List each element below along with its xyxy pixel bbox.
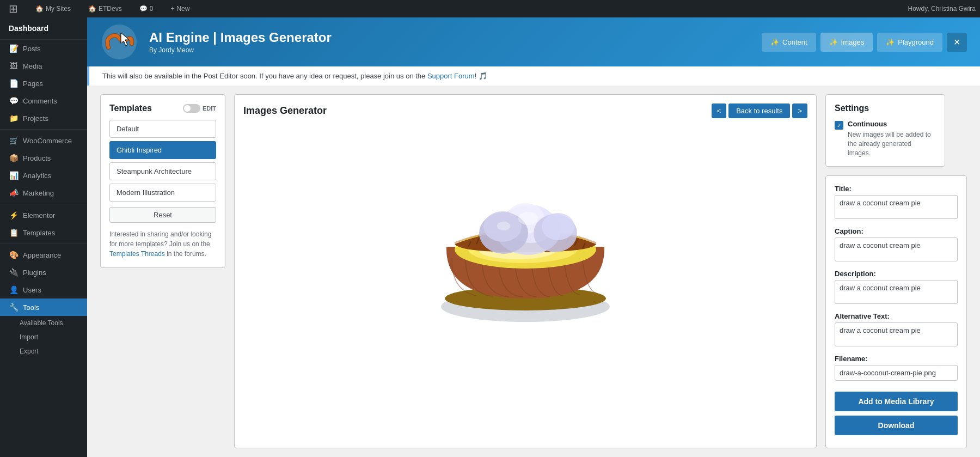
content-sparkle-icon: ✨ xyxy=(770,38,779,46)
sidebar-sub-export[interactable]: Export xyxy=(0,344,87,358)
templates-panel: Templates EDIT Default Ghibli Inspired S… xyxy=(100,94,225,268)
filename-input[interactable] xyxy=(835,365,958,381)
add-to-media-button[interactable]: Add to Media Library xyxy=(835,392,958,411)
alt-text-input[interactable] xyxy=(835,322,958,346)
template-default[interactable]: Default xyxy=(109,120,216,138)
title-field-group: Title: xyxy=(835,185,958,221)
templates-title: Templates xyxy=(109,103,152,113)
toggle-edit[interactable]: EDIT xyxy=(183,104,216,113)
plugin-title-area: AI Engine | Images Generator By Jordy Me… xyxy=(149,30,751,54)
admin-bar-my-sites[interactable]: 🏠 My Sites xyxy=(31,0,75,17)
media-icon: 🖼 xyxy=(9,62,19,70)
caption-field-group: Caption: xyxy=(835,227,958,263)
settings-panel: Settings ✓ Continuous New images will be… xyxy=(825,94,945,167)
back-to-results-button[interactable]: Back to results xyxy=(728,103,790,118)
continuous-label: Continuous xyxy=(848,120,936,128)
description-field-group: Description: xyxy=(835,270,958,306)
sidebar-item-comments[interactable]: 💬 Comments xyxy=(0,92,87,109)
sidebar-item-elementor[interactable]: ⚡ Elementor xyxy=(0,206,87,224)
support-forum-link[interactable]: Support Forum xyxy=(427,72,475,80)
generator-title: Images Generator xyxy=(243,105,327,117)
admin-bar-logo[interactable]: ⊞ xyxy=(4,0,22,17)
sidebar-item-products[interactable]: 📦 Products xyxy=(0,149,87,167)
three-col-layout: Templates EDIT Default Ghibli Inspired S… xyxy=(87,86,980,457)
plugin-subtitle: By Jordy Meow xyxy=(149,46,751,54)
nav-images-button[interactable]: ✨ Images xyxy=(820,33,873,52)
template-ghibli-inspired[interactable]: Ghibli Inspired xyxy=(109,141,216,159)
admin-bar-comments[interactable]: 💬 0 xyxy=(135,0,158,17)
elementor-icon: ⚡ xyxy=(9,211,19,220)
sidebar-item-media[interactable]: 🖼 Media xyxy=(0,57,87,75)
admin-bar-new[interactable]: + New xyxy=(166,0,194,17)
next-button[interactable]: > xyxy=(792,103,807,118)
alt-text-field-group: Alternative Text: xyxy=(835,312,958,348)
admin-bar-et-devs[interactable]: 🏠 ETDevs xyxy=(84,0,126,17)
continuous-checkbox[interactable]: ✓ xyxy=(835,121,843,130)
nav-playground-button[interactable]: ✨ Playground xyxy=(877,33,942,52)
title-input[interactable] xyxy=(835,195,958,219)
templates-threads-link[interactable]: Templates Threads xyxy=(109,250,165,258)
woocommerce-icon: 🛒 xyxy=(9,136,19,145)
templates-header: Templates EDIT xyxy=(109,103,216,113)
plugin-header: AI Engine | Images Generator By Jordy Me… xyxy=(87,17,980,66)
products-icon: 📦 xyxy=(9,154,19,162)
sidebar-item-tools[interactable]: 🔧 Tools xyxy=(0,298,87,316)
nav-buttons: < Back to results > xyxy=(712,103,807,118)
template-steampunk-architecture[interactable]: Steampunk Architecture xyxy=(109,162,216,180)
svg-point-29 xyxy=(518,212,538,225)
sidebar-item-users[interactable]: 👤 Users xyxy=(0,281,87,298)
sidebar-item-pages[interactable]: 📄 Pages xyxy=(0,75,87,92)
generator-header: Images Generator < Back to results > xyxy=(243,103,807,118)
nav-content-button[interactable]: ✨ Content xyxy=(762,33,816,52)
sidebar-sub-available-tools[interactable]: Available Tools xyxy=(0,316,87,330)
tools-icon: 🔧 xyxy=(9,303,19,312)
alt-text-label: Alternative Text: xyxy=(835,312,958,320)
projects-icon: 📁 xyxy=(9,114,19,123)
analytics-icon: 📊 xyxy=(9,171,19,180)
pie-image xyxy=(422,138,629,334)
filename-field-group: Filename: xyxy=(835,355,958,381)
sidebar-sub-import[interactable]: Import xyxy=(0,330,87,344)
sidebar-item-templates[interactable]: 📋 Templates xyxy=(0,224,87,241)
filename-label: Filename: xyxy=(835,355,958,363)
svg-point-30 xyxy=(497,222,510,230)
settings-title: Settings xyxy=(835,103,936,113)
admin-bar-user: Howdy, Christina Gwira xyxy=(908,5,976,13)
edit-toggle-switch[interactable] xyxy=(183,104,200,113)
continuous-description: New images will be added to the already … xyxy=(848,130,936,157)
plugin-logo xyxy=(100,23,138,61)
template-modern-illustration[interactable]: Modern Illustration xyxy=(109,184,216,202)
sidebar-item-plugins[interactable]: 🔌 Plugins xyxy=(0,264,87,281)
notice-bar: This will also be available in the Post … xyxy=(87,66,980,86)
plugin-nav: ✨ Content ✨ Images ✨ Playground ✕ xyxy=(762,33,967,52)
sidebar: Dashboard 📝 Posts 🖼 Media 📄 Pages 💬 Comm… xyxy=(0,17,87,457)
templates-footer: Interested in sharing and/or looking for… xyxy=(109,229,216,259)
posts-icon: 📝 xyxy=(9,44,19,53)
close-button[interactable]: ✕ xyxy=(947,33,967,52)
close-icon: ✕ xyxy=(953,38,960,47)
description-label: Description: xyxy=(835,270,958,278)
download-button[interactable]: Download xyxy=(835,416,958,435)
settings-continuous-row: ✓ Continuous New images will be added to… xyxy=(835,120,936,157)
form-fields-panel: Title: Caption: Description: Alternative… xyxy=(825,175,967,448)
playground-sparkle-icon: ✨ xyxy=(886,38,895,46)
caption-input[interactable] xyxy=(835,237,958,261)
reset-button[interactable]: Reset xyxy=(109,207,216,223)
sidebar-brand: Dashboard xyxy=(0,17,87,40)
prev-button[interactable]: < xyxy=(712,103,727,118)
plugin-title: AI Engine | Images Generator xyxy=(149,30,751,45)
description-input[interactable] xyxy=(835,280,958,304)
sidebar-item-marketing[interactable]: 📣 Marketing xyxy=(0,184,87,202)
plugins-icon: 🔌 xyxy=(9,268,19,277)
sidebar-item-appearance[interactable]: 🎨 Appearance xyxy=(0,246,87,264)
generator-panel: Images Generator < Back to results > xyxy=(234,94,817,448)
templates-icon: 📋 xyxy=(9,228,19,237)
sidebar-item-analytics[interactable]: 📊 Analytics xyxy=(0,167,87,184)
sidebar-item-woocommerce[interactable]: 🛒 WooCommerce xyxy=(0,132,87,149)
sidebar-item-posts[interactable]: 📝 Posts xyxy=(0,40,87,57)
sidebar-item-projects[interactable]: 📁 Projects xyxy=(0,109,87,127)
right-column: Settings ✓ Continuous New images will be… xyxy=(825,94,967,448)
comments-icon: 💬 xyxy=(9,96,19,105)
users-icon: 👤 xyxy=(9,285,19,294)
marketing-icon: 📣 xyxy=(9,188,19,197)
